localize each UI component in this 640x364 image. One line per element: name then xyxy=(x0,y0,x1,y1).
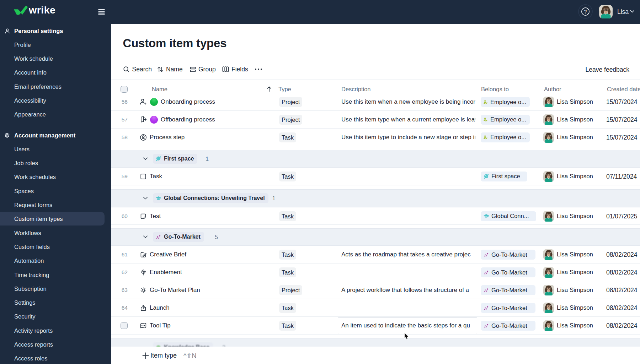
svg-text:?: ? xyxy=(584,9,587,15)
